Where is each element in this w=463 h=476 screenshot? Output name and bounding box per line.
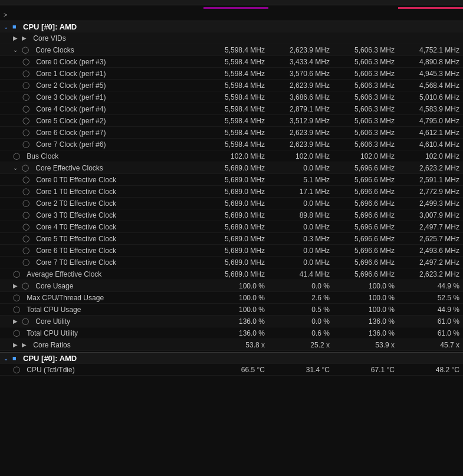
maximum-value: 5,606.3 MHz (330, 70, 395, 78)
table-row: ◯ Core 0 Clock (perf #3)5,598.4 MHz3,433… (0, 56, 463, 68)
sensor-cell: ◯ Core 0 Clock (perf #3) (4, 58, 200, 66)
row-label: Core 2 Clock (perf #5) (36, 81, 106, 90)
sensor-cell: ◯ Core 7 Clock (perf #6) (4, 140, 200, 149)
maximum-value: 5,696.6 MHz (330, 211, 395, 219)
table-row: ◯ Core 1 T0 Effective Clock5,689.0 MHz17… (0, 186, 463, 198)
sensor-cell: ⌄■ CPU [#0]: AMD (4, 22, 200, 31)
current-value: 102.0 MHz (200, 152, 265, 160)
row-label: Core Usage (35, 282, 73, 290)
maximum-value: 5,696.6 MHz (330, 223, 395, 231)
sensor-cell: ◯ Core 3 T0 Effective Clock (4, 211, 200, 219)
maximum-value: 5,696.6 MHz (330, 235, 395, 243)
sensor-cell: ◯ Core 1 Clock (perf #1) (4, 70, 200, 78)
average-value: 4,945.3 MHz (395, 70, 459, 78)
sensor-cell: ◯ Core 0 T0 Effective Clock (4, 176, 200, 184)
average-value: 4,612.1 MHz (395, 129, 459, 137)
current-value: 5,689.0 MHz (200, 211, 265, 219)
table-row[interactable]: ⌄◯ Core Effective Clocks5,689.0 MHz0.0 M… (0, 162, 463, 174)
table-row[interactable]: ▶◯ Core Utility136.0 %0.0 %136.0 %61.0 % (0, 316, 463, 327)
table-row: ◯ Total CPU Usage100.0 %0.5 %100.0 %44.9… (0, 304, 463, 316)
row-label: Core 0 Clock (perf #3) (36, 58, 106, 66)
minimum-value: 89.8 MHz (265, 211, 330, 219)
minimum-value: 41.4 MHz (265, 270, 330, 278)
current-value: 5,689.0 MHz (200, 247, 265, 255)
prompt-row: > (0, 10, 463, 19)
sensor-cell: ▶◯ Core Usage (4, 282, 200, 290)
row-label: Core 5 T0 Effective Clock (36, 235, 116, 243)
minimum-value: 31.4 °C (265, 366, 330, 374)
table-row: ◯ Core 7 T0 Effective Clock5,689.0 MHz0.… (0, 257, 463, 268)
table-row: ◯ Core 0 T0 Effective Clock5,689.0 MHz5.… (0, 174, 463, 186)
row-label: Core 5 Clock (perf #2) (36, 117, 106, 125)
average-value: 4,583.9 MHz (395, 105, 459, 113)
sensor-cell: ◯ Core 6 T0 Effective Clock (4, 247, 200, 255)
current-value: 100.0 % (200, 294, 265, 302)
minimum-value: 102.0 MHz (265, 152, 330, 160)
table-row: ◯ CPU (Tctl/Tdie)66.5 °C31.4 °C67.1 °C48… (0, 364, 463, 376)
table-row: ◯ Core 6 T0 Effective Clock5,689.0 MHz0.… (0, 245, 463, 257)
minimum-value: 0.0 MHz (265, 199, 330, 208)
minimum-value: 3,512.9 MHz (265, 117, 330, 125)
average-value: 45.7 x (395, 341, 459, 349)
table-row[interactable]: ▶◯ Core Usage100.0 %0.0 %100.0 %44.9 % (0, 280, 463, 292)
sensor-cell: ◯ Core 4 Clock (perf #4) (4, 105, 200, 113)
current-value: 5,689.0 MHz (200, 270, 265, 278)
table-row: ◯ Total CPU Utility136.0 %0.6 %136.0 %61… (0, 327, 463, 339)
minimum-value: 2,879.1 MHz (265, 105, 330, 113)
average-value: 2,623.2 MHz (395, 164, 459, 172)
current-value: 5,689.0 MHz (200, 176, 265, 184)
table-row[interactable]: ⌄■ CPU [#0]: AMD (0, 21, 463, 32)
table-row: ◯ Core 5 Clock (perf #2)5,598.4 MHz3,512… (0, 115, 463, 127)
maximum-value: 5,606.3 MHz (330, 81, 395, 90)
average-value: 2,499.3 MHz (395, 199, 459, 208)
row-label: Core Ratios (33, 341, 70, 349)
maximum-value: 136.0 % (330, 317, 395, 326)
current-value: 136.0 % (200, 317, 265, 326)
bar-spacer (268, 5, 333, 10)
maximum-value: 5,696.6 MHz (330, 258, 395, 267)
sensor-cell: ⌄◯ Core Clocks (4, 46, 200, 54)
current-value: 5,598.4 MHz (200, 46, 265, 54)
sensor-cell: ⌄■ CPU [#0]: AMD (4, 354, 200, 363)
minimum-value: 0.0 % (265, 317, 330, 326)
sensor-cell: ▶▶ Core VIDs (4, 34, 200, 42)
row-label: Core 4 Clock (perf #4) (36, 105, 106, 113)
table-row: ◯ Core 2 Clock (perf #5)5,598.4 MHz2,623… (0, 80, 463, 91)
row-label: Core VIDs (33, 34, 65, 42)
sensor-cell: ◯ Max CPU/Thread Usage (4, 294, 200, 302)
minimum-value: 0.6 % (265, 329, 330, 337)
table-row[interactable]: ▶▶ Core Ratios53.8 x25.2 x53.9 x45.7 x (0, 339, 463, 351)
table-row: ◯ Bus Clock102.0 MHz102.0 MHz102.0 MHz10… (0, 150, 463, 162)
current-value: 5,598.4 MHz (200, 81, 265, 90)
row-label: Core 0 T0 Effective Clock (36, 176, 116, 184)
average-value: 44.9 % (395, 306, 459, 314)
maximum-value: 5,696.6 MHz (330, 164, 395, 172)
table-header (0, 0, 463, 5)
table-row[interactable]: ⌄◯ Core Clocks5,598.4 MHz2,623.9 MHz5,60… (0, 44, 463, 56)
average-value: 52.5 % (395, 294, 459, 302)
average-value: 44.9 % (395, 282, 459, 290)
current-value: 5,598.4 MHz (200, 105, 265, 113)
sensor-cell: ◯ Core 5 Clock (perf #2) (4, 117, 200, 125)
average-value: 4,568.4 MHz (395, 81, 459, 90)
minimum-value: 0.0 MHz (265, 258, 330, 267)
row-label: Total CPU Utility (27, 329, 78, 337)
table-row[interactable]: ▶▶ Core VIDs (0, 32, 463, 44)
section-label: CPU [#0]: AMD (23, 22, 77, 31)
average-value: 4,610.4 MHz (395, 140, 459, 149)
minimum-value: 2,623.9 MHz (265, 46, 330, 54)
row-label: Core 3 T0 Effective Clock (36, 211, 116, 219)
current-value: 66.5 °C (200, 366, 265, 374)
row-label: Core 3 Clock (perf #1) (36, 93, 106, 101)
row-label: Average Effective Clock (27, 270, 101, 278)
table-row: ◯ Max CPU/Thread Usage100.0 %2.6 %100.0 … (0, 292, 463, 304)
current-value: 5,598.4 MHz (200, 58, 265, 66)
current-value: 5,598.4 MHz (200, 93, 265, 101)
sensor-cell: ◯ Total CPU Utility (4, 329, 200, 337)
current-value: 100.0 % (200, 306, 265, 314)
average-value: 5,010.6 MHz (395, 93, 459, 101)
sensor-cell: ◯ Core 2 T0 Effective Clock (4, 199, 200, 208)
row-label: Bus Clock (27, 152, 58, 160)
sensor-cell: ◯ Core 2 Clock (perf #5) (4, 81, 200, 90)
table-row[interactable]: ⌄■ CPU [#0]: AMD (0, 352, 463, 364)
